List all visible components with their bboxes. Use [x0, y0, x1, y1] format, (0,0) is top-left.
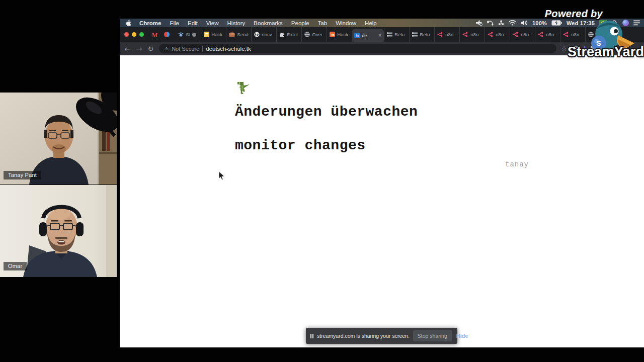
webcam-tanay: Tanay Pant — [0, 93, 117, 185]
puzzle-favicon — [279, 32, 285, 37]
tab-title: n8n - — [546, 32, 557, 37]
browser-tab-n8n-10[interactable]: n8n - — [434, 27, 459, 42]
apple-logo-icon[interactable] — [126, 20, 131, 26]
wifi-icon[interactable] — [509, 20, 516, 26]
n8n-favicon — [513, 32, 519, 37]
omnibox-divider — [202, 46, 203, 52]
reload-button[interactable]: ↻ — [147, 45, 153, 52]
stop-sharing-button[interactable]: Stop sharing — [413, 330, 452, 341]
windows-favicon — [412, 32, 418, 37]
forward-button[interactable]: → — [136, 45, 142, 52]
screen-share-banner: streamyard.com is sharing your screen. S… — [306, 328, 457, 344]
web-page: Änderungen überwachen monitor changes ta… — [120, 55, 644, 347]
pinned-tab-colorwheel[interactable] — [164, 30, 170, 39]
participant-name-tag: Tanay Pant — [4, 171, 41, 179]
tab-title: Send — [237, 32, 248, 37]
security-label[interactable]: Not Secure — [172, 46, 199, 52]
hackernews-favicon: Ha — [330, 32, 335, 37]
not-secure-warning-icon: ⚠ — [164, 46, 169, 51]
browser-tab-n8n-14[interactable]: n8n - — [535, 27, 560, 42]
browser-tab-hack-1[interactable]: Hack — [201, 27, 226, 42]
n8n-favicon — [488, 32, 494, 37]
bookmark-star-icon[interactable]: ☆ — [561, 45, 567, 52]
browser-tab-ericv-3[interactable]: ericv — [251, 27, 276, 42]
zoom-window-button[interactable] — [139, 32, 144, 37]
powered-by-text: Powered by — [545, 8, 603, 20]
volume-icon[interactable] — [521, 20, 528, 26]
hide-banner-button[interactable]: Hide — [456, 333, 468, 339]
browser-tab-reto-8[interactable]: Reto — [384, 27, 409, 42]
globe-favicon — [304, 32, 310, 37]
macos-menu-bar: ChromeFileEditViewHistoryBookmarksPeople… — [120, 19, 644, 27]
menu-item-window[interactable]: Window — [336, 20, 356, 26]
menu-item-view[interactable]: View — [206, 20, 219, 26]
menu-item-history[interactable]: History — [227, 20, 246, 26]
pinned-tab-gmail[interactable]: M — [152, 30, 157, 39]
pinned-tabs: M — [152, 27, 170, 42]
browser-tab-de-7[interactable]: inde× — [352, 29, 384, 42]
tab-title: Over — [312, 32, 323, 37]
briefcase-favicon — [229, 32, 235, 37]
tab-title: n8n - — [445, 32, 456, 37]
browser-tab-n8n-13[interactable]: n8n - — [510, 27, 535, 42]
fan-icon[interactable] — [498, 20, 504, 26]
colorwheel-favicon — [164, 32, 170, 37]
address-bar[interactable]: ⚠ Not Secure deutsch-schule.tk — [159, 44, 556, 53]
menu-item-file[interactable]: File — [170, 20, 179, 26]
browser-tab-n8n-15[interactable]: n8n - — [560, 27, 585, 42]
tab-title: n8n - — [496, 32, 507, 37]
tab-title: Exter — [287, 32, 298, 37]
tab-title: Reto — [394, 32, 405, 37]
tab-title: St — [186, 32, 190, 37]
paw-favicon — [178, 32, 184, 37]
tab-title: Reto — [420, 32, 430, 37]
screen-share: ChromeFileEditViewHistoryBookmarksPeople… — [120, 19, 644, 347]
back-button[interactable]: ← — [125, 45, 131, 52]
n8n-favicon — [462, 32, 468, 37]
close-window-button[interactable] — [124, 32, 129, 37]
n8n-favicon — [437, 32, 443, 37]
browser-tab-reto-9[interactable]: Reto — [409, 27, 434, 42]
n8n-favicon — [538, 32, 544, 37]
battery-percent: 100% — [532, 20, 547, 26]
yellowdoc-favicon — [204, 32, 209, 37]
webcam-omar: Omar — [0, 185, 117, 277]
page-heading-english: monitor changes — [235, 138, 366, 153]
url-text[interactable]: deutsch-schule.tk — [206, 46, 251, 52]
tab-title: Hack — [337, 32, 348, 37]
tab-title: Hack — [211, 32, 222, 37]
browser-tab-st-0[interactable]: St — [176, 27, 201, 42]
streamyard-brand-text: StreamYard — [568, 44, 644, 60]
menu-item-bookmarks[interactable]: Bookmarks — [254, 20, 283, 26]
menu-item-tab[interactable]: Tab — [318, 20, 328, 26]
close-tab-icon[interactable]: × — [378, 33, 381, 38]
handoff-arrow-icon[interactable] — [487, 20, 494, 26]
browser-tab-n8n-12[interactable]: n8n - — [485, 27, 510, 42]
menu-item-help[interactable]: Help — [365, 20, 377, 26]
menu-item-chrome[interactable]: Chrome — [139, 20, 161, 26]
gmail-favicon: M — [152, 32, 157, 39]
menu-item-people[interactable]: People — [291, 20, 309, 26]
github-favicon — [254, 32, 260, 37]
trex-emoji — [235, 80, 252, 98]
participant-name-tag: Omar — [4, 262, 27, 270]
tab-title: ericv — [262, 32, 272, 37]
browser-tab-exter-4[interactable]: Exter — [276, 27, 301, 42]
browser-tab-over-5[interactable]: Over — [301, 27, 327, 42]
chrome-tab-bar: M StHackSendericvExterOverHaHackinde×Ret… — [120, 27, 644, 42]
battery-charging-icon[interactable] — [551, 20, 562, 26]
browser-tab-n8n-11[interactable]: n8n - — [459, 27, 485, 42]
menu-item-edit[interactable]: Edit — [188, 20, 198, 26]
browser-tab-hack-6[interactable]: HaHack — [327, 27, 352, 42]
window-controls — [124, 27, 144, 42]
windows-favicon — [387, 32, 392, 37]
menu-items: ChromeFileEditViewHistoryBookmarksPeople… — [139, 20, 377, 26]
pause-icon — [310, 334, 313, 338]
screen-share-indicator-icon[interactable] — [475, 20, 482, 26]
share-banner-message: streamyard.com is sharing your screen. — [317, 333, 410, 339]
stream-stage: Tanay Pant — [0, 0, 644, 362]
minimize-window-button[interactable] — [132, 32, 136, 37]
tab-title: n8n - — [571, 32, 582, 37]
tab-strip: StHackSendericvExterOverHaHackinde×RetoR… — [176, 27, 610, 42]
browser-tab-send-2[interactable]: Send — [226, 27, 251, 42]
